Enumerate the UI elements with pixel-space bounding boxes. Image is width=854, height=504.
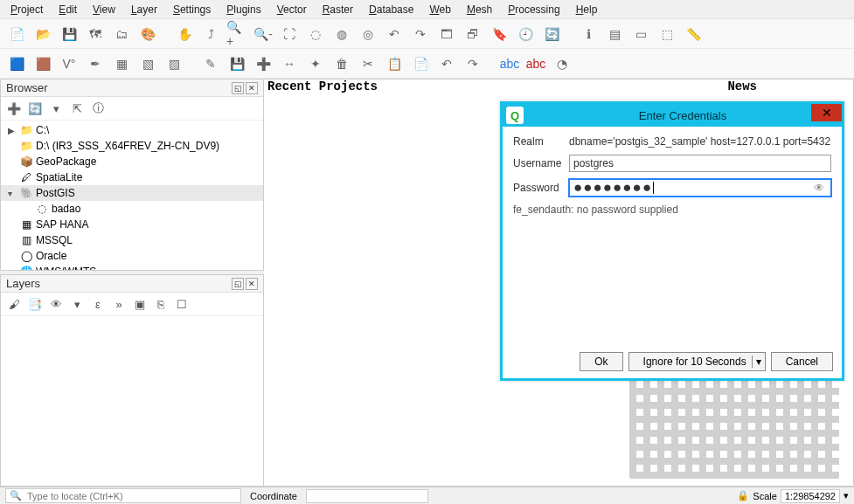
toggle-password-visibility-icon[interactable]: 👁 — [811, 182, 827, 194]
add-virtual-button[interactable]: ▨ — [163, 52, 185, 75]
new-print-layout-button[interactable]: 🗺 — [84, 23, 107, 45]
select-button[interactable]: ▭ — [629, 23, 652, 45]
zoom-next-button[interactable]: ↷ — [409, 23, 432, 45]
tree-item-db-conn[interactable]: ◌badao — [1, 201, 263, 217]
zoom-selection-button[interactable]: ◌ — [304, 23, 327, 45]
measure-button[interactable]: 📏 — [682, 23, 705, 45]
add-raster-button[interactable]: 🟫 — [31, 52, 54, 75]
locator-search[interactable]: 🔍 — [5, 488, 241, 503]
layer-remove-icon[interactable]: ⎘ — [153, 296, 169, 312]
add-wms-button[interactable]: ▦ — [110, 52, 133, 75]
collapse-icon[interactable]: ⇱ — [69, 100, 85, 116]
password-input[interactable]: ●●●●●●●● 👁 — [569, 179, 831, 197]
cut-button[interactable]: ✂ — [357, 52, 379, 75]
locator-input[interactable] — [25, 490, 237, 502]
menu-database[interactable]: Database — [362, 2, 420, 17]
expand-icon[interactable]: ▶ — [8, 126, 17, 135]
refresh-icon[interactable]: 🔄 — [27, 100, 43, 116]
layer-style-icon[interactable]: 🖌 — [6, 296, 22, 312]
zoom-native-button[interactable]: ◎ — [357, 23, 379, 45]
new-project-button[interactable]: 📄 — [5, 23, 28, 45]
scale-dropdown-icon[interactable]: ▾ — [844, 490, 849, 501]
add-xyz-button[interactable]: ▧ — [136, 52, 159, 75]
undo-button[interactable]: ↶ — [435, 52, 458, 75]
tree-item-oracle[interactable]: ◯Oracle — [1, 248, 263, 264]
menu-project[interactable]: Project — [3, 2, 50, 17]
redo-button[interactable]: ↷ — [462, 52, 484, 75]
layer-filter-icon[interactable]: ▾ — [69, 296, 85, 312]
layers-list[interactable] — [1, 316, 263, 486]
save-project-button[interactable]: 💾 — [58, 23, 80, 45]
scale-lock-icon[interactable]: 🔒 — [737, 490, 749, 501]
label-abc-button[interactable]: abc — [498, 52, 521, 75]
paste-button[interactable]: 📄 — [409, 52, 432, 75]
digitize-button[interactable]: ✒ — [84, 52, 107, 75]
menu-view[interactable]: View — [86, 2, 122, 17]
tree-item-mssql[interactable]: ▥MSSQL — [1, 232, 263, 248]
style-manager-button[interactable]: 🎨 — [136, 23, 159, 45]
layer-expand-icon[interactable]: » — [111, 296, 127, 312]
identify-button[interactable]: ℹ — [577, 23, 600, 45]
ok-button[interactable]: Ok — [580, 352, 622, 371]
dialog-close-button[interactable]: ✕ — [811, 101, 844, 124]
menu-edit[interactable]: Edit — [52, 2, 84, 17]
cancel-button[interactable]: Cancel — [771, 352, 833, 371]
new-3d-view-button[interactable]: 🗗 — [462, 23, 484, 45]
menu-mesh[interactable]: Mesh — [460, 2, 499, 17]
menu-plugins[interactable]: Plugins — [219, 2, 267, 17]
tree-item-geopackage[interactable]: 📦GeoPackage — [1, 154, 263, 169]
add-vector-button[interactable]: 🟦 — [5, 52, 28, 75]
tree-item-spatialite[interactable]: 🖊SpatiaLite — [1, 169, 263, 185]
zoom-out-button[interactable]: 🔍- — [252, 23, 274, 45]
coordinate-value[interactable] — [306, 489, 428, 503]
layer-expression-icon[interactable]: ε — [90, 296, 106, 312]
add-feature-button[interactable]: ➕ — [252, 52, 274, 75]
browser-undock-icon[interactable]: ◱ — [232, 82, 244, 94]
menu-help[interactable]: Help — [569, 2, 605, 17]
tree-item-postgis[interactable]: ▾🐘PostGIS — [1, 185, 263, 201]
layer-add-group-icon[interactable]: 📑 — [27, 296, 43, 312]
menu-vector[interactable]: Vector — [270, 2, 314, 17]
zoom-full-button[interactable]: ⛶ — [278, 23, 301, 45]
tree-item-folder[interactable]: ▶📁C:\ — [1, 122, 263, 138]
menu-layer[interactable]: Layer — [124, 2, 164, 17]
layer-collapse-icon[interactable]: ▣ — [132, 296, 148, 312]
delete-button[interactable]: 🗑 — [330, 52, 353, 75]
layers-undock-icon[interactable]: ◱ — [232, 278, 244, 290]
move-feature-button[interactable]: ↔ — [278, 52, 301, 75]
username-input[interactable]: postgres — [569, 155, 831, 172]
properties-icon[interactable]: ⓘ — [90, 100, 106, 116]
pan-button[interactable]: ✋ — [173, 23, 196, 45]
layout-manager-button[interactable]: 🗂 — [110, 23, 133, 45]
zoom-last-button[interactable]: ↶ — [383, 23, 406, 45]
bookmark-button[interactable]: 🔖 — [488, 23, 510, 45]
layer-remove2-icon[interactable]: ☐ — [174, 296, 190, 312]
menu-web[interactable]: Web — [422, 2, 457, 17]
menu-raster[interactable]: Raster — [316, 2, 360, 17]
refresh-button[interactable]: 🔄 — [540, 23, 563, 45]
filter-icon[interactable]: ▾ — [48, 100, 64, 116]
new-map-view-button[interactable]: 🗔 — [435, 23, 458, 45]
menu-processing[interactable]: Processing — [501, 2, 566, 17]
temporal-button[interactable]: 🕘 — [514, 23, 537, 45]
add-layer-icon[interactable]: ➕ — [6, 100, 22, 116]
scale-value[interactable]: 1:29854292 — [781, 489, 840, 503]
tree-item-sap[interactable]: ▦SAP HANA — [1, 217, 263, 232]
label-abc-red-button[interactable]: abc — [524, 52, 547, 75]
tree-item-folder[interactable]: 📁D:\ (IR3_SSS_X64FREV_ZH-CN_DV9) — [1, 138, 263, 154]
expand-icon[interactable]: ▾ — [8, 189, 17, 198]
diagram-button[interactable]: ◔ — [551, 52, 573, 75]
add-mesh-button[interactable]: V° — [58, 52, 80, 75]
ignore-button[interactable]: Ignore for 10 Seconds ▾ — [628, 352, 766, 371]
copy-button[interactable]: 📋 — [383, 52, 406, 75]
attributes-button[interactable]: ▤ — [603, 23, 626, 45]
layer-visibility-icon[interactable]: 👁 — [48, 296, 64, 312]
dialog-titlebar[interactable]: Q Enter Credentials ✕ — [503, 104, 842, 127]
layers-close-icon[interactable]: ✕ — [246, 278, 258, 290]
pan-to-selection-button[interactable]: ⤴ — [199, 23, 222, 45]
deselect-button[interactable]: ⬚ — [656, 23, 678, 45]
ignore-dropdown-icon[interactable]: ▾ — [752, 356, 761, 368]
node-tool-button[interactable]: ✦ — [304, 52, 327, 75]
browser-close-icon[interactable]: ✕ — [246, 82, 258, 94]
toggle-editing-button[interactable]: ✎ — [199, 52, 222, 75]
